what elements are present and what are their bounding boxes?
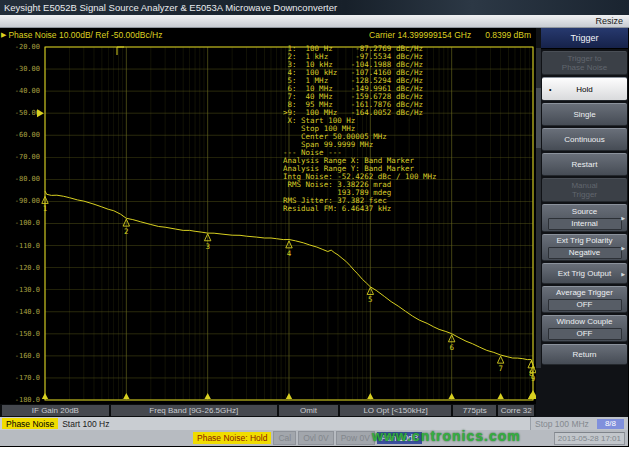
softkey-label: Phase Noise	[562, 63, 607, 72]
window-title-bar: Keysight E5052B Signal Source Analyzer &…	[0, 0, 629, 15]
softkey-single[interactable]: Single	[542, 103, 627, 126]
active-trace-icon: ▶	[1, 31, 6, 39]
softkey-label: Restart	[572, 160, 598, 169]
svg-text:6: 6	[449, 343, 454, 352]
status-field-if-gain-20db[interactable]: IF Gain 20dB	[2, 405, 109, 416]
svg-text:3: 3	[205, 242, 210, 251]
softkey-label: Trigger	[572, 190, 597, 199]
measurement-display: ▶ Phase Noise 10.00dB/ Ref -50.00dBc/Hz …	[0, 28, 536, 404]
band-marker-indicator-2	[123, 393, 129, 399]
softkey-ext-trig-output[interactable]: Ext Trig Output▶	[542, 263, 627, 284]
app-window: Keysight E5052B Signal Source Analyzer &…	[0, 0, 629, 447]
softkey-manual-trigger: ManualTrigger	[542, 178, 627, 202]
page-indicator: 8/8	[597, 419, 624, 429]
status-chip-cal: Cal	[273, 431, 296, 445]
band-marker-indicator-6	[448, 393, 454, 399]
softkey-hold[interactable]: Hold•	[542, 77, 627, 101]
phase-noise-plot: 123456789	[0, 42, 536, 404]
status-chip-pow-0v: Pow 0V	[336, 431, 375, 445]
softkey-restart[interactable]: Restart	[542, 153, 627, 176]
softkey-label: Hold	[576, 85, 592, 94]
carrier-readout: Carrier 14.399999154 GHz	[369, 30, 471, 40]
softkey-menu-title: Trigger	[541, 28, 628, 49]
status-field-omit[interactable]: Omit	[279, 405, 338, 416]
instrument-taskbar: Phase Noise: Hold CalOvl 0VPow 0V Attn 1…	[0, 430, 628, 446]
softkey-label: Ext Trig Output	[558, 269, 611, 278]
band-marker-indicator-1	[42, 393, 48, 399]
softkey-label: Trigger to	[568, 54, 602, 63]
softkey-value: OFF	[548, 299, 622, 311]
softkey-value: OFF	[548, 328, 622, 340]
measurement-state-chip[interactable]: Phase Noise: Hold	[193, 432, 271, 444]
band-marker-indicator-3	[204, 393, 210, 399]
clock-readout: 2013-05-28 17:01	[554, 432, 625, 445]
start-frequency-field[interactable]: Start 100 Hz	[62, 419, 109, 429]
status-field-corre-32[interactable]: Corre 32	[498, 405, 534, 416]
softkey-average-trigger[interactable]: Average TriggerOFF	[542, 286, 627, 313]
svg-text:7: 7	[498, 364, 503, 373]
attenuator-chip: Attn 10dB	[377, 432, 422, 444]
softkey-label: Source	[572, 207, 597, 216]
submenu-arrow-icon: ▶	[621, 214, 625, 223]
screenshot-root: Keysight E5052B Signal Source Analyzer &…	[0, 0, 631, 452]
band-marker-indicator-4	[286, 393, 292, 399]
svg-text:2: 2	[124, 227, 129, 236]
softkey-label: Window Couple	[556, 317, 612, 326]
status-chip-ovl-0v: Ovl 0V	[298, 431, 334, 445]
stop-frequency-field[interactable]: Stop 100 MHz	[535, 419, 589, 429]
softkey-return[interactable]: Return	[542, 344, 627, 365]
band-marker-indicator-7	[497, 393, 503, 399]
trace-header: ▶ Phase Noise 10.00dB/ Ref -50.00dBc/Hz …	[1, 30, 535, 40]
status-field-freq-band-9g-26-5ghz[interactable]: Freq Band [9G-26.5GHz]	[111, 405, 277, 416]
menu-bar: Resize	[0, 15, 629, 28]
svg-text:5: 5	[368, 295, 373, 304]
softkey-value: Internal	[548, 218, 622, 230]
softkey-continuous[interactable]: Continuous	[542, 128, 627, 151]
trace-type-badge: Phase Noise	[2, 418, 58, 429]
softkey-trigger-to-phase-noise: Trigger toPhase Noise	[542, 51, 627, 75]
window-title: Keysight E5052B Signal Source Analyzer &…	[4, 2, 337, 13]
softkey-ext-trig-polarity[interactable]: Ext Trig PolarityNegative▶	[542, 234, 627, 261]
stop-frequency-section: Stop 100 MHz 8/8	[530, 417, 628, 430]
softkey-label: Single	[573, 110, 595, 119]
ref-level-arrow-icon	[37, 109, 44, 117]
softkey-label: Average Trigger	[556, 288, 613, 297]
status-field-775pts[interactable]: 775pts	[453, 405, 497, 416]
svg-text:9: 9	[531, 374, 536, 383]
submenu-arrow-icon: ▶	[621, 243, 625, 252]
softkey-window-couple[interactable]: Window CoupleOFF	[542, 315, 627, 342]
softkey-source[interactable]: SourceInternal▶	[542, 204, 627, 232]
trace-scale-label: Phase Noise 10.00dB/ Ref -50.00dBc/Hz	[8, 30, 162, 40]
sweep-range-bar: Phase Noise Start 100 Hz Stop 100 MHz 8/…	[0, 417, 628, 430]
status-field-lo-opt-150khz[interactable]: LO Opt [<150kHz]	[340, 405, 451, 416]
softkey-label: Ext Trig Polarity	[556, 236, 612, 245]
svg-text:1: 1	[43, 204, 48, 213]
svg-text:4: 4	[287, 249, 292, 258]
resize-button[interactable]: Resize	[595, 16, 623, 26]
softkey-label: Manual	[571, 181, 597, 190]
band-marker-bracket-icon	[117, 47, 124, 55]
softkey-label: Return	[572, 350, 596, 359]
softkey-value: Negative	[548, 247, 622, 259]
softkey-label: Continuous	[564, 135, 604, 144]
marker-info-readout: 1: 100 Hz -87.2769 dBc/Hz 2: 1 kHz -97.5…	[283, 45, 437, 213]
submenu-arrow-icon: ▶	[621, 269, 625, 278]
selected-bullet-icon: •	[549, 85, 551, 94]
band-marker-indicator-5	[367, 393, 373, 399]
measurement-status-bar: IF Gain 20dBFreq Band [9G-26.5GHz]OmitLO…	[0, 404, 536, 417]
carrier-power-readout: 0.8399 dBm	[485, 30, 531, 40]
softkey-sidebar: Trigger Trigger toPhase NoiseHold•Single…	[536, 28, 628, 417]
